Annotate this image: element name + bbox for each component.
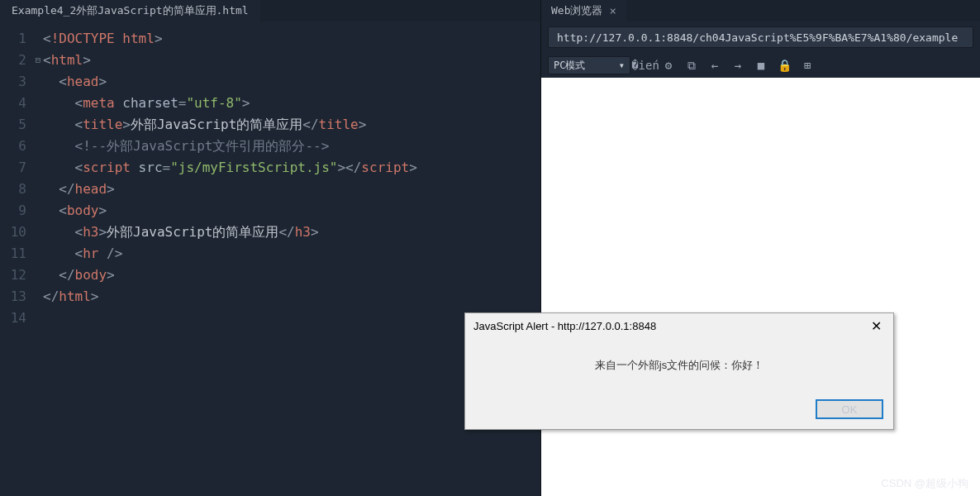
watermark: CSDN @超级小狗 [881, 476, 968, 491]
code-line[interactable]: <head> [43, 71, 540, 93]
line-number: 6 [0, 136, 26, 157]
code-line[interactable]: </head> [43, 179, 540, 200]
line-number: 13 [0, 286, 26, 308]
chevron-down-icon: ▾ [619, 60, 625, 71]
line-number: 9 [0, 200, 26, 222]
code-line[interactable]: <script src="js/myFirstScript.js"></scri… [43, 157, 540, 179]
code-line[interactable]: </html> [43, 286, 540, 308]
mode-label: PC模式 [554, 59, 585, 73]
ok-button[interactable]: OK [816, 399, 883, 419]
fold-marker[interactable] [33, 157, 43, 179]
browser-tab[interactable]: Web浏览器 × [541, 0, 626, 21]
code-line[interactable]: <title>外部JavaScript的简单应用</title> [43, 114, 540, 136]
close-icon[interactable]: ✕ [868, 318, 885, 334]
code-line[interactable]: <h3>外部JavaScript的简单应用</h3> [43, 222, 540, 243]
fold-gutter: ⊟ [33, 21, 43, 496]
browser-tab-bar: Web浏览器 × [541, 0, 980, 21]
fold-marker[interactable] [33, 222, 43, 243]
gear-icon[interactable]: ⚙ [660, 57, 677, 74]
browser-toolbar: PC模式 ▾ �ień ⚙ ⧉ ← → ■ 🔒 ⊞ [541, 53, 980, 78]
fold-marker[interactable] [33, 71, 43, 93]
lock-icon[interactable]: 🔒 [776, 57, 792, 74]
code-line[interactable]: <!DOCTYPE html> [43, 28, 540, 50]
editor-tab-active[interactable]: Example4_2外部JavaScript的简单应用.html [0, 0, 260, 21]
line-number: 5 [0, 114, 26, 136]
line-number: 12 [0, 265, 26, 286]
code-line[interactable]: <html> [43, 50, 540, 71]
close-icon[interactable]: × [609, 4, 616, 17]
browser-tab-label: Web浏览器 [551, 3, 602, 18]
stop-icon[interactable]: ■ [753, 57, 769, 74]
editor-pane: Example4_2外部JavaScript的简单应用.html 1234567… [0, 0, 541, 496]
alert-message: 来自一个外部js文件的问候：你好！ [465, 338, 893, 393]
url-bar[interactable]: http://127.0.0.1:8848/ch04JavaScript%E5%… [548, 26, 973, 48]
alert-actions: OK [465, 393, 893, 429]
fold-marker[interactable] [33, 286, 43, 308]
forward-icon[interactable]: → [730, 57, 746, 74]
alert-titlebar: JavaScript Alert - http://127.0.0.1:8848… [465, 313, 893, 338]
fold-marker[interactable]: ⊟ [33, 50, 43, 71]
line-number: 14 [0, 308, 26, 329]
line-number: 2 [0, 50, 26, 71]
line-gutter: 1234567891011121314 [0, 21, 33, 496]
line-number: 3 [0, 71, 26, 93]
fold-marker[interactable] [33, 265, 43, 286]
fold-marker[interactable] [33, 243, 43, 265]
mode-select[interactable]: PC模式 ▾ [548, 56, 630, 74]
line-number: 1 [0, 28, 26, 50]
back-icon[interactable]: ← [706, 57, 723, 74]
code-line[interactable]: <meta charset="utf-8"> [43, 93, 540, 114]
code-line[interactable]: <!--外部JavaScript文件引用的部分--> [43, 136, 540, 157]
fold-marker[interactable] [33, 93, 43, 114]
fold-marker[interactable] [33, 114, 43, 136]
code-line[interactable]: <hr /> [43, 243, 540, 265]
browser-content [541, 78, 980, 496]
code-line[interactable]: <body> [43, 200, 540, 222]
fold-marker[interactable] [33, 308, 43, 329]
open-window-icon[interactable]: ⧉ [683, 57, 700, 74]
alert-title-text: JavaScript Alert - http://127.0.0.1:8848 [473, 320, 656, 332]
fold-marker[interactable] [33, 136, 43, 157]
fold-marker[interactable] [33, 200, 43, 222]
fold-marker[interactable] [33, 28, 43, 50]
phone-icon[interactable]: �ień [637, 57, 654, 74]
line-number: 4 [0, 93, 26, 114]
code-area[interactable]: 1234567891011121314 ⊟ <!DOCTYPE html><ht… [0, 21, 540, 496]
line-number: 7 [0, 157, 26, 179]
code-line[interactable]: </body> [43, 265, 540, 286]
qr-icon[interactable]: ⊞ [799, 57, 816, 74]
line-number: 11 [0, 243, 26, 265]
fold-marker[interactable] [33, 179, 43, 200]
line-number: 8 [0, 179, 26, 200]
editor-tab-bar: Example4_2外部JavaScript的简单应用.html [0, 0, 540, 21]
js-alert-dialog: JavaScript Alert - http://127.0.0.1:8848… [464, 312, 894, 430]
line-number: 10 [0, 222, 26, 243]
